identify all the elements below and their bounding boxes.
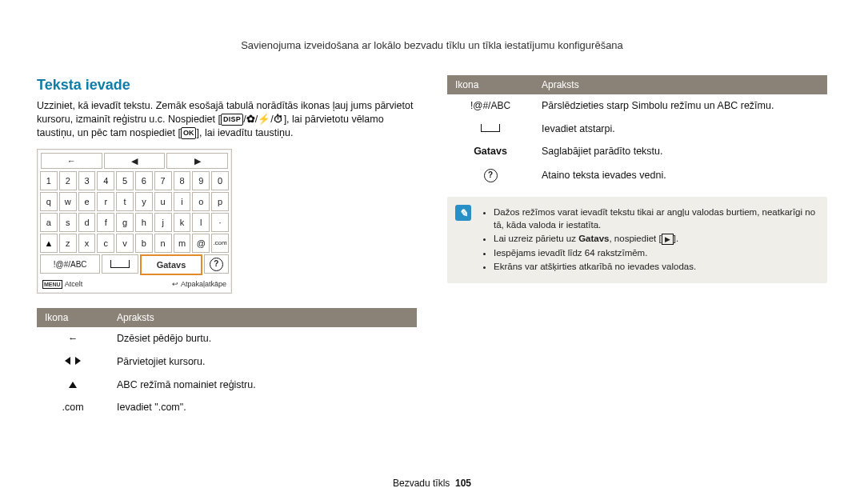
key-m[interactable]: m (174, 234, 191, 253)
kb-back-label: Atpakaļatkāpe (181, 279, 226, 289)
table-row: .comIevadiet ".com". (37, 396, 417, 419)
cell-desc: Ievadiet atstarpi. (534, 118, 827, 141)
key-com[interactable]: .com (211, 234, 229, 253)
disp-icon: DISP (221, 114, 243, 126)
key-g[interactable]: g (116, 213, 134, 232)
key-b[interactable]: b (135, 234, 153, 253)
macro-icon: ✿ (246, 114, 255, 125)
key-y[interactable]: y (135, 192, 153, 211)
flash-icon: ⚡ (258, 114, 270, 125)
table-row: GatavsSaglabājiet parādīto tekstu. (447, 140, 827, 163)
table-row: ←Dzēsiet pēdējo burtu. (37, 327, 417, 350)
done-icon: Gatavs (447, 140, 534, 163)
note-bullet: Ekrāns var atšķirties atkarībā no ievade… (494, 261, 818, 274)
onscreen-keyboard: ← ◀ ▶ 1234567890 qwertyuiop asdfghjkl· (37, 149, 232, 293)
note-bullet: Dažos režīmos varat ievadīt tekstu tikai… (494, 206, 818, 231)
key-shift[interactable]: ▲ (40, 234, 58, 253)
key-mode[interactable]: !@#/ABC (40, 254, 100, 274)
key-at[interactable]: @ (192, 234, 210, 253)
key-dot[interactable]: · (211, 213, 229, 232)
timer-icon: ⏱ (274, 114, 284, 125)
note-box: ✎ Dažos režīmos varat ievadīt tekstu tik… (447, 197, 827, 283)
cell-desc: Pārslēdzieties starp Simbolu režīmu un A… (534, 94, 827, 118)
table-row: Pārvietojiet kursoru. (37, 350, 417, 374)
kb-back-icon: ↩ (172, 279, 178, 289)
th-icon: Ikona (37, 308, 109, 327)
table-row: ?Ataino teksta ievades vedni. (447, 163, 827, 187)
key-right[interactable]: ▶ (166, 153, 228, 169)
key-p[interactable]: p (211, 192, 229, 211)
key-left[interactable]: ◀ (104, 153, 166, 169)
key-k[interactable]: k (174, 213, 191, 232)
breadcrumb: Savienojuma izveidošana ar lokālo bezvad… (37, 38, 827, 53)
menu-icon: MENU (42, 280, 62, 289)
key-9[interactable]: 9 (192, 171, 210, 190)
key-c[interactable]: c (97, 234, 114, 253)
note-badge-icon: ✎ (455, 205, 471, 221)
key-4[interactable]: 4 (97, 171, 114, 190)
key-i[interactable]: i (174, 192, 191, 211)
cell-desc: Saglabājiet parādīto tekstu. (534, 140, 827, 163)
kb-cancel-label: Atcelt (65, 279, 83, 289)
key-done[interactable]: Gatavs (140, 254, 202, 275)
key-e[interactable]: e (78, 192, 96, 211)
arrow-right-icon (75, 357, 81, 365)
key-5[interactable]: 5 (116, 171, 134, 190)
key-s[interactable]: s (59, 213, 77, 232)
th-desc: Apraksts (534, 75, 827, 94)
key-l[interactable]: l (192, 213, 210, 232)
note-bullet: Lai uzreiz pārietu uz Gatavs, nospiediet… (494, 233, 818, 246)
key-t[interactable]: t (116, 192, 134, 211)
table-row: Ievadiet atstarpi. (447, 118, 827, 141)
backspace-icon: ← (68, 333, 78, 344)
key-z[interactable]: z (59, 234, 77, 253)
cell-desc: Dzēsiet pēdējo burtu. (109, 327, 417, 350)
note-bullet: Iespējams ievadīt līdz 64 rakstzīmēm. (494, 247, 818, 260)
key-h[interactable]: h (135, 213, 153, 232)
page-footer: Bezvadu tīkls 105 (0, 477, 864, 490)
cell-desc: ABC režīmā nomainiet reģistru. (109, 374, 417, 397)
key-8[interactable]: 8 (174, 171, 191, 190)
key-d[interactable]: d (78, 213, 96, 232)
key-u[interactable]: u (154, 192, 172, 211)
cell-desc: Ievadiet ".com". (109, 396, 417, 419)
cell-desc: Pārvietojiet kursoru. (109, 350, 417, 374)
key-n[interactable]: n (154, 234, 172, 253)
key-v[interactable]: v (116, 234, 134, 253)
key-7[interactable]: 7 (154, 171, 172, 190)
key-x[interactable]: x (78, 234, 96, 253)
cell-desc: Ataino teksta ievades vedni. (534, 163, 827, 187)
key-o[interactable]: o (192, 192, 210, 211)
play-icon: ▶ (662, 234, 674, 245)
com-icon: .com (37, 396, 109, 419)
table-row: ABC režīmā nomainiet reģistru. (37, 374, 417, 397)
key-2[interactable]: 2 (59, 171, 77, 190)
spacebar-icon (481, 124, 500, 132)
arrow-left-icon (65, 357, 70, 365)
help-icon: ? (210, 258, 223, 271)
intro-text: Uzziniet, kā ievadīt tekstu. Zemāk esoša… (37, 99, 417, 140)
key-1[interactable]: 1 (40, 171, 58, 190)
key-help[interactable]: ? (204, 254, 229, 274)
key-space[interactable] (102, 254, 138, 274)
key-f[interactable]: f (97, 213, 114, 232)
key-r[interactable]: r (97, 192, 114, 211)
key-3[interactable]: 3 (78, 171, 96, 190)
key-6[interactable]: 6 (135, 171, 153, 190)
help-icon: ? (484, 169, 498, 182)
th-icon: Ikona (447, 75, 534, 94)
page-title: Teksta ievade (37, 75, 417, 94)
icon-table-right: Ikona Apraksts !@#/ABCPārslēdzieties sta… (447, 75, 827, 188)
key-w[interactable]: w (59, 192, 77, 211)
table-row: !@#/ABCPārslēdzieties starp Simbolu režī… (447, 94, 827, 118)
icon-table-left: Ikona Apraksts ←Dzēsiet pēdējo burtu. Pā… (37, 308, 417, 420)
mode-icon: !@#/ABC (447, 94, 534, 118)
key-0[interactable]: 0 (211, 171, 229, 190)
th-desc: Apraksts (109, 308, 417, 327)
spacebar-icon (110, 260, 130, 268)
key-q[interactable]: q (40, 192, 58, 211)
key-backspace[interactable]: ← (41, 153, 102, 169)
key-j[interactable]: j (154, 213, 172, 232)
key-a[interactable]: a (40, 213, 58, 232)
ok-icon: OK (181, 127, 197, 139)
